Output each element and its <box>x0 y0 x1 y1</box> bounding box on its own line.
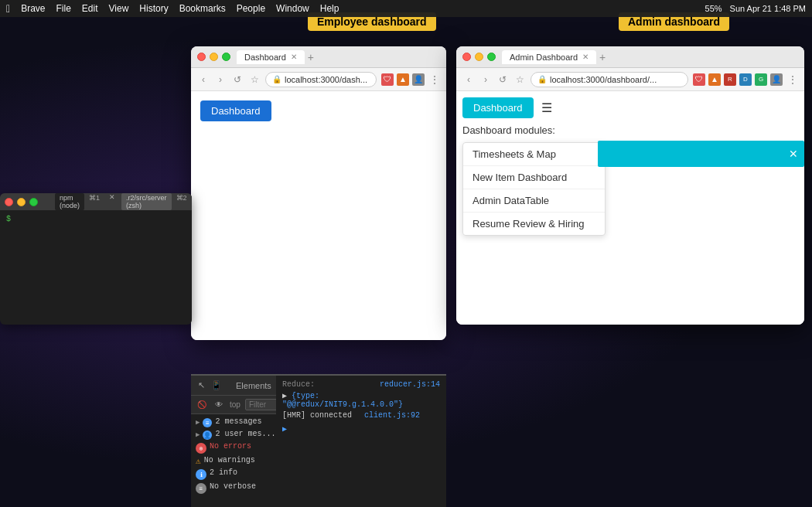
menu-datetime: Sun Apr 21 1:48 PM <box>730 4 806 13</box>
terminal-prompt: $ <box>6 215 11 223</box>
devtools-tab-elements[interactable]: Elements <box>231 379 276 392</box>
terminal-close[interactable] <box>5 198 13 206</box>
profile-icon-left[interactable]: 👤 <box>412 73 425 86</box>
reload-button-right[interactable]: ↺ <box>496 73 509 86</box>
brave-rewards-icon[interactable]: ▲ <box>397 73 409 86</box>
terminal-tab-npm[interactable]: npm (node) <box>55 193 84 210</box>
reducer-link[interactable]: reducer.js:14 <box>380 380 440 389</box>
admin-tab[interactable]: Admin Dashboard ✕ <box>502 50 596 64</box>
browser-icons-right: 🛡 ▲ R D G 👤 <box>693 73 783 86</box>
minimize-button-left[interactable] <box>210 53 218 61</box>
menu-brave[interactable]: Brave <box>21 3 45 14</box>
forward-button-right[interactable]: › <box>479 73 492 86</box>
warning-icon: ⚠ <box>196 456 201 466</box>
menu-people[interactable]: People <box>237 3 265 14</box>
client-link[interactable]: client.js:92 <box>364 411 420 420</box>
console-redux-line: ▶ {type: "@@redux/INIT9.g.1.4.0.0"} <box>282 391 440 409</box>
browser-icons-left: 🛡 ▲ 👤 <box>381 73 425 86</box>
terminal-minimize[interactable] <box>17 198 26 206</box>
dashboard-button-right[interactable]: Dashboard <box>462 97 534 118</box>
tab-label-right: Admin Dashboard <box>510 53 578 62</box>
devtools-top-label: top <box>230 400 241 409</box>
console-prompt-line: ▶ <box>282 424 440 434</box>
devtools-block-icon[interactable]: 🚫 <box>196 399 208 411</box>
error-icon: ⊗ <box>196 443 206 454</box>
close-button-left[interactable] <box>197 53 206 61</box>
terminal-chrome: npm (node) ⌘1 ✕ .r2/src/server (zsh) ⌘2 <box>0 193 192 210</box>
dropdown-menu[interactable]: Timesheets & Map New Item Dashboard Admi… <box>462 142 606 236</box>
url-text-right: localhost:3000/dashboard/... <box>550 75 657 84</box>
devtools-eye-icon[interactable]: 👁 <box>213 399 225 411</box>
ext-icon-3[interactable]: G <box>755 73 767 86</box>
bookmark-button-left[interactable]: ☆ <box>248 73 261 86</box>
terminal-tab-r2[interactable]: .r2/src/server (zsh) <box>121 193 172 210</box>
modules-label: Dashboard modules: <box>462 124 798 136</box>
devtools-console-output: Reduce: reducer.js:14 ▶ {type: "@@redux/… <box>276 374 446 507</box>
ext-icon-2[interactable]: D <box>739 73 752 86</box>
shield-icon-right[interactable]: 🛡 <box>693 73 705 86</box>
console-reduce-line: Reduce: reducer.js:14 <box>282 380 440 389</box>
menu-bar-left:  Brave File Edit View History Bookmarks… <box>6 2 339 15</box>
terminal-tab-separator: ✕ <box>109 193 115 210</box>
new-tab-button-right[interactable]: + <box>599 51 606 63</box>
dropdown-area: Timesheets & Map New Item Dashboard Admi… <box>462 141 798 236</box>
dropdown-item-timesheets[interactable]: Timesheets & Map <box>463 143 605 166</box>
maximize-button-left[interactable] <box>222 53 230 61</box>
ext-icon-1[interactable]: R <box>724 73 736 86</box>
menu-bookmarks[interactable]: Bookmarks <box>179 3 226 14</box>
new-tab-button-left[interactable]: + <box>308 51 314 63</box>
maximize-button-right[interactable] <box>487 53 496 61</box>
arrow-icon-messages: ▶ <box>196 418 200 427</box>
forward-button-left[interactable]: › <box>214 73 227 86</box>
info-icon-user: 👤 <box>203 430 212 440</box>
shield-icon-left[interactable]: 🛡 <box>381 73 394 86</box>
dashboard-button-left[interactable]: Dashboard <box>200 100 271 121</box>
bookmark-button-right[interactable]: ☆ <box>513 73 526 86</box>
brave-rewards-icon-right[interactable]: ▲ <box>708 73 721 86</box>
url-text-left: localhost:3000/dash... <box>285 75 367 84</box>
tab-close-left[interactable]: ✕ <box>291 53 297 61</box>
browser-menu-right[interactable]: ⋮ <box>787 73 798 86</box>
devtools-mobile-icon[interactable]: 📱 <box>211 380 222 391</box>
traffic-lights-right <box>462 53 496 61</box>
hamburger-icon[interactable]: ☰ <box>541 100 552 115</box>
reload-button-left[interactable]: ↺ <box>231 73 244 86</box>
teal-bar: ✕ <box>598 141 804 167</box>
back-button-right[interactable]: ‹ <box>462 73 475 86</box>
menu-view[interactable]: View <box>109 3 129 14</box>
teal-close-icon[interactable]: ✕ <box>789 148 798 160</box>
url-bar-right[interactable]: 🔒 localhost:3000/dashboard/... <box>531 72 688 87</box>
profile-icon-right[interactable]: 👤 <box>770 73 783 86</box>
menu-bar:  Brave File Edit View History Bookmarks… <box>0 0 812 17</box>
dashboard-tab-left[interactable]: Dashboard ✕ <box>237 50 305 64</box>
admin-browser-window: Admin Dashboard ✕ + ‹ › ↺ ☆ 🔒 localhost:… <box>456 46 804 325</box>
browser-content-right: Dashboard ☰ Dashboard modules: Timesheet… <box>456 91 804 325</box>
dropdown-item-datatable[interactable]: Admin DataTable <box>463 189 605 213</box>
dropdown-item-new-dashboard[interactable]: New Item Dashboard <box>463 166 605 189</box>
dropdown-item-resume[interactable]: Resume Review & Hiring <box>463 213 605 235</box>
browser-chrome-right: Admin Dashboard ✕ + <box>456 46 804 68</box>
url-bar-left[interactable]: 🔒 localhost:3000/dash... <box>265 72 377 87</box>
minimize-button-right[interactable] <box>475 53 483 61</box>
terminal-content: $ <box>0 210 192 230</box>
devtools-icons: ↖ 📱 <box>196 380 222 391</box>
redux-content: {type: "@@redux/INIT9.g.1.4.0.0"} <box>282 392 403 409</box>
browser-toolbar-left: ‹ › ↺ ☆ 🔒 localhost:3000/dash... 🛡 ▲ 👤 ⋮ <box>191 68 446 91</box>
console-hmr-line: [HMR] connected client.js:92 <box>282 411 440 420</box>
tab-close-right[interactable]: ✕ <box>582 53 589 61</box>
close-button-right[interactable] <box>462 53 471 61</box>
browser-menu-left[interactable]: ⋮ <box>429 73 440 86</box>
menu-help[interactable]: Help <box>320 3 339 14</box>
menu-battery: 55% <box>705 4 722 13</box>
terminal-maximize[interactable] <box>29 198 38 206</box>
browser-toolbar-right: ‹ › ↺ ☆ 🔒 localhost:3000/dashboard/... 🛡… <box>456 68 804 91</box>
menu-history[interactable]: History <box>139 3 168 14</box>
back-button-left[interactable]: ‹ <box>197 73 210 86</box>
menu-edit[interactable]: Edit <box>82 3 98 14</box>
menu-window[interactable]: Window <box>276 3 309 14</box>
terminal-tabs: npm (node) ⌘1 ✕ .r2/src/server (zsh) ⌘2 <box>55 193 190 210</box>
redux-arrow: ▶ <box>282 392 287 400</box>
menu-file[interactable]: File <box>56 3 70 14</box>
devtools-cursor-icon[interactable]: ↖ <box>196 380 206 391</box>
menu-bar-right: 55% Sun Apr 21 1:48 PM <box>705 4 806 13</box>
